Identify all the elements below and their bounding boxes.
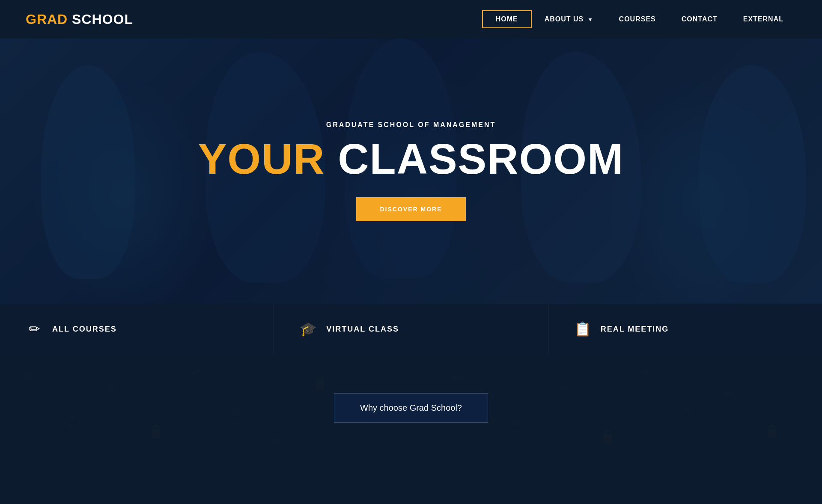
pattern-icon: ✏ — [724, 386, 733, 400]
nav-link-courses[interactable]: COURSES — [606, 11, 669, 27]
nav-item-external[interactable]: EXTERNAL — [730, 11, 796, 27]
pattern-icon: ✏ — [559, 381, 569, 395]
feature-cards: ✏ ALL COURSES 🎓 VIRTUAL CLASS 📋 REAL MEE… — [0, 304, 822, 354]
pattern-icon: ✏ — [25, 371, 35, 385]
nav-link-contact[interactable]: CONTACT — [669, 11, 730, 27]
logo[interactable]: GRAD SCHOOL — [26, 12, 133, 27]
pattern-icon: ✏ — [271, 435, 281, 449]
feature-label-virtual-class: VIRTUAL CLASS — [326, 325, 399, 334]
nav-item-home[interactable]: HOME — [482, 10, 532, 28]
hero-title-classroom: CLASSROOM — [338, 135, 624, 183]
hero-title-your: YOUR — [198, 135, 325, 183]
hero-subtitle: GRADUATE SCHOOL OF MANAGEMENT — [326, 121, 496, 129]
feature-card-all-courses[interactable]: ✏ ALL COURSES — [0, 304, 274, 354]
logo-grad: GRAD — [26, 12, 68, 27]
pattern-icon: 🔒 — [313, 376, 328, 390]
lower-section: ✏ 📱 ✏ 🔒 ✏ 📱 ✏ 🔒 ✏ 📱 ✏ 🔒 ✏ 📱 ✏ 🔒 Why choo… — [0, 354, 822, 461]
nav-link-home[interactable]: HOME — [482, 10, 532, 28]
feature-label-real-meeting: REAL MEETING — [601, 325, 669, 334]
feature-card-real-meeting[interactable]: 📋 REAL MEETING — [548, 304, 822, 354]
pattern-icon: 📱 — [230, 408, 245, 422]
navbar: GRAD SCHOOL HOME ABOUT US ▼ COURSES CONT… — [0, 0, 822, 39]
hero-content: GRADUATE SCHOOL OF MANAGEMENT YOUR CLASS… — [0, 39, 822, 304]
logo-school: SCHOOL — [72, 12, 133, 27]
why-choose-box[interactable]: Why choose Grad School? — [334, 393, 488, 423]
feature-label-all-courses: ALL COURSES — [52, 325, 117, 334]
pattern-icon: ✏ — [641, 365, 651, 379]
graduation-cap-icon: 🎓 — [300, 321, 317, 337]
why-choose-label: Why choose Grad School? — [360, 403, 462, 412]
pattern-icon: 🔒 — [765, 424, 780, 438]
discover-more-button[interactable]: DISCOVER MORE — [356, 197, 465, 221]
pattern-icon: 🔒 — [600, 429, 615, 443]
pencil-icon: ✏ — [26, 321, 43, 337]
pattern-icon: ✏ — [452, 371, 462, 385]
nav-links: HOME ABOUT US ▼ COURSES CONTACT EXTERNAL — [482, 10, 796, 28]
pattern-icon: 📱 — [682, 408, 697, 422]
pattern-icon: 📱 — [509, 418, 524, 433]
pattern-icon: ✏ — [107, 381, 117, 395]
nav-link-about[interactable]: ABOUT US ▼ — [532, 11, 606, 27]
clipboard-icon: 📋 — [574, 321, 591, 337]
feature-card-virtual-class[interactable]: 🎓 VIRTUAL CLASS — [274, 304, 548, 354]
chevron-down-icon: ▼ — [588, 17, 593, 23]
hero-title: YOUR CLASSROOM — [198, 137, 624, 180]
nav-item-courses[interactable]: COURSES — [606, 11, 669, 27]
pattern-icon: ✏ — [189, 365, 199, 379]
pattern-icon: 🔒 — [148, 424, 163, 438]
nav-item-about[interactable]: ABOUT US ▼ — [532, 11, 606, 27]
hero-section: GRADUATE SCHOOL OF MANAGEMENT YOUR CLASS… — [0, 39, 822, 304]
nav-item-contact[interactable]: CONTACT — [669, 11, 730, 27]
pattern-icon: 📱 — [66, 413, 81, 427]
nav-link-external[interactable]: EXTERNAL — [730, 11, 796, 27]
